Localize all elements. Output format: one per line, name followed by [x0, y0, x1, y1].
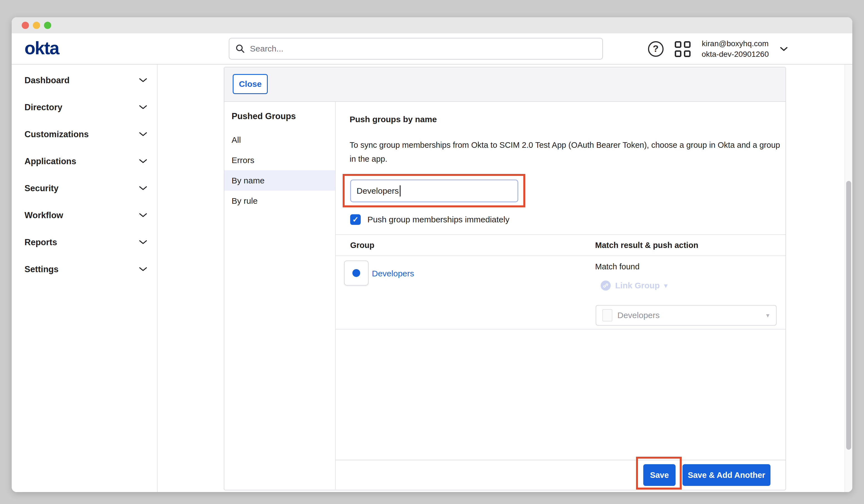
chevron-down-icon — [139, 267, 147, 271]
search-placeholder: Search... — [250, 44, 283, 53]
column-group: Group — [336, 241, 595, 250]
save-add-another-button[interactable]: Save & Add Another — [683, 464, 770, 486]
account-menu[interactable]: kiran@boxyhq.com okta-dev-20901260 — [702, 38, 769, 60]
pushed-groups-tab-by-rule[interactable]: By rule — [224, 191, 335, 211]
sidebar-nav: Dashboard Directory Customizations Appli… — [12, 64, 158, 492]
sidebar-item-customizations[interactable]: Customizations — [12, 121, 157, 148]
link-icon — [601, 280, 611, 290]
chevron-down-icon — [139, 213, 147, 217]
sidebar-item-dashboard[interactable]: Dashboard — [12, 67, 157, 94]
pushed-groups-tab-all[interactable]: All — [224, 130, 335, 150]
match-status-text: Match found — [595, 262, 640, 271]
match-table-row: Developers Match found — [336, 256, 785, 329]
sidebar-item-workflow[interactable]: Workflow — [12, 202, 157, 229]
panel-body: Pushed Groups All Errors By name By rule… — [224, 102, 785, 489]
link-group-caret-icon: ▾ — [664, 282, 668, 289]
window-minimize-button[interactable] — [33, 22, 40, 29]
push-by-name-description: To sync group memberships from Okta to S… — [350, 138, 784, 166]
sidebar-item-settings[interactable]: Settings — [12, 256, 157, 283]
panel-topbar: Close — [224, 67, 785, 102]
pushed-groups-tab-errors[interactable]: Errors — [224, 150, 335, 170]
chevron-down-icon — [139, 105, 147, 109]
scrollbar-thumb[interactable] — [846, 181, 851, 450]
text-cursor — [400, 185, 400, 196]
top-header: okta Search... ? kiran@boxyhq.com okta-d… — [12, 33, 852, 64]
vertical-scrollbar[interactable] — [844, 64, 852, 492]
match-table-header: Group Match result & push action — [336, 234, 785, 256]
annotation-highlight-save-button — [636, 457, 682, 490]
column-match-result: Match result & push action — [595, 241, 698, 250]
group-ring-icon — [352, 269, 360, 277]
push-groups-panel: Close Pushed Groups All Errors By name B… — [224, 67, 786, 490]
chevron-down-icon — [139, 159, 147, 163]
chevron-down-icon — [139, 240, 147, 244]
push-by-name-content: Push groups by name To sync group member… — [336, 102, 785, 489]
app-body: Dashboard Directory Customizations Appli… — [12, 64, 852, 492]
immediate-push-row: ✓ Push group memberships immediately — [350, 214, 509, 225]
pushed-groups-title: Pushed Groups — [224, 107, 335, 125]
search-icon — [236, 44, 245, 53]
panel-footer: Save Save & Add Another — [336, 460, 785, 489]
annotation-highlight-group-input: Developers — [343, 174, 525, 207]
chevron-down-icon — [139, 78, 147, 82]
select-caret-icon: ▾ — [766, 312, 769, 319]
link-group-label: Link Group — [615, 281, 660, 290]
account-chevron-down-icon[interactable] — [780, 47, 788, 51]
immediate-push-label: Push group memberships immediately — [368, 215, 509, 224]
window-close-button[interactable] — [22, 22, 29, 29]
pushed-groups-tab-by-name[interactable]: By name — [224, 170, 335, 191]
close-button[interactable]: Close — [233, 74, 268, 94]
global-search-input[interactable]: Search... — [229, 38, 603, 60]
chevron-down-icon — [139, 186, 147, 190]
help-icon[interactable]: ? — [648, 41, 663, 57]
sidebar-item-security[interactable]: Security — [12, 175, 157, 202]
immediate-push-checkbox[interactable]: ✓ — [350, 214, 361, 225]
sidebar-item-applications[interactable]: Applications — [12, 148, 157, 175]
link-group-button[interactable]: Link Group ▾ — [601, 280, 668, 290]
app-group-select[interactable]: Developers ▾ — [596, 305, 777, 326]
app-window: okta Search... ? kiran@boxyhq.com okta-d… — [12, 17, 852, 492]
header-right-cluster: ? kiran@boxyhq.com okta-dev-20901260 — [648, 33, 788, 64]
window-zoom-button[interactable] — [44, 22, 51, 29]
main-content: Close Pushed Groups All Errors By name B… — [158, 64, 852, 492]
pushed-groups-nav: Pushed Groups All Errors By name By rule — [224, 102, 336, 489]
okta-group-link[interactable]: Developers — [372, 269, 414, 278]
app-group-selected-value: Developers — [617, 311, 766, 320]
group-name-input-value: Developers — [357, 186, 399, 196]
account-org: okta-dev-20901260 — [702, 49, 769, 60]
sidebar-item-reports[interactable]: Reports — [12, 229, 157, 256]
apps-grid-icon[interactable] — [675, 41, 691, 57]
sidebar-item-directory[interactable]: Directory — [12, 94, 157, 121]
app-group-placeholder-icon — [602, 309, 612, 322]
match-result-cell: Match found Lin — [595, 256, 786, 329]
okta-logo: okta — [24, 38, 59, 58]
group-name-input[interactable]: Developers — [350, 180, 518, 202]
okta-group-card — [344, 261, 369, 286]
push-by-name-heading: Push groups by name — [350, 115, 437, 124]
chevron-down-icon — [139, 132, 147, 136]
account-email: kiran@boxyhq.com — [702, 38, 769, 49]
window-titlebar — [12, 17, 852, 33]
